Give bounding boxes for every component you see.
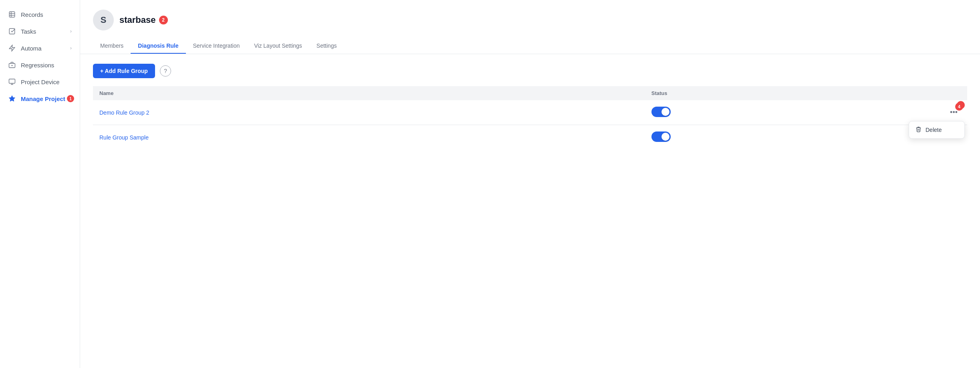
- delete-label: Delete: [926, 127, 942, 133]
- tabs: Members Diagnosis Rule Service Integrati…: [93, 38, 967, 54]
- rule-groups-table: Name Status Demo Rule Group 2: [93, 86, 967, 150]
- regressions-icon: [8, 61, 16, 69]
- rule-name-cell: Rule Group Sample: [93, 125, 645, 150]
- project-device-icon: [8, 78, 16, 86]
- column-name: Name: [93, 86, 645, 100]
- sidebar-item-label: Tasks: [21, 28, 36, 35]
- workspace-name-wrap: starbase 2: [119, 15, 168, 25]
- manage-project-icon: [8, 95, 16, 103]
- rule-actions-cell: 3 4 •••: [927, 100, 967, 125]
- sidebar-item-label: Project Device: [21, 79, 60, 85]
- sidebar-item-tasks[interactable]: Tasks ›: [0, 23, 80, 39]
- rule-group-link[interactable]: Rule Group Sample: [99, 134, 149, 141]
- records-icon: [8, 10, 16, 18]
- svg-rect-4: [9, 28, 15, 34]
- svg-rect-9: [9, 79, 15, 83]
- main-content: S starbase 2 Members Diagnosis Rule Serv…: [80, 0, 980, 368]
- sidebar-item-records[interactable]: Records: [0, 6, 80, 22]
- sidebar-item-label: Automa: [21, 45, 42, 52]
- table-row: Rule Group Sample: [93, 125, 967, 150]
- delete-menu-item[interactable]: Delete: [909, 121, 964, 138]
- svg-marker-12: [9, 96, 15, 101]
- column-actions: [927, 86, 967, 100]
- sidebar: Records Tasks › Automa ›: [0, 0, 80, 368]
- table-row: Demo Rule Group 2 3: [93, 100, 967, 125]
- workspace-name: starbase: [119, 15, 156, 25]
- sidebar-item-project-device[interactable]: Project Device: [0, 74, 80, 90]
- sidebar-item-regressions[interactable]: Regressions: [0, 57, 80, 73]
- rule-status-cell: [645, 100, 927, 125]
- sidebar-item-label: Manage Project: [21, 95, 65, 102]
- tab-diagnosis-rule[interactable]: Diagnosis Rule: [131, 38, 186, 54]
- manage-project-badge: 1: [67, 95, 74, 102]
- help-icon[interactable]: ?: [160, 65, 171, 77]
- tab-settings[interactable]: Settings: [309, 38, 344, 54]
- svg-marker-5: [9, 45, 15, 51]
- trash-icon: [915, 126, 922, 133]
- actions-cell: 3 4 •••: [934, 107, 961, 118]
- automa-icon: [8, 44, 16, 52]
- workspace-avatar: S: [93, 10, 114, 30]
- rule-group-link[interactable]: Demo Rule Group 2: [99, 109, 149, 116]
- row1-badge-4: 4: [955, 103, 963, 111]
- tab-members[interactable]: Members: [93, 38, 131, 54]
- status-toggle[interactable]: [651, 107, 671, 117]
- table-body: Demo Rule Group 2 3: [93, 100, 967, 150]
- header: S starbase 2 Members Diagnosis Rule Serv…: [80, 0, 980, 54]
- table-header: Name Status: [93, 86, 967, 100]
- toolbar: + Add Rule Group ?: [93, 64, 967, 78]
- tab-viz-layout-settings[interactable]: Viz Layout Settings: [247, 38, 309, 54]
- sidebar-item-label: Regressions: [21, 62, 54, 69]
- workspace-info: S starbase 2: [93, 10, 967, 30]
- workspace-badge: 2: [159, 16, 168, 24]
- sidebar-item-manage-project[interactable]: Manage Project 1: [0, 91, 80, 107]
- sidebar-item-label: Records: [21, 11, 43, 18]
- column-status: Status: [645, 86, 927, 100]
- add-rule-group-button[interactable]: + Add Rule Group: [93, 64, 155, 78]
- tasks-icon: [8, 27, 16, 35]
- chevron-right-icon: ›: [70, 28, 72, 34]
- chevron-right-icon: ›: [70, 45, 72, 51]
- rule-status-cell: [645, 125, 927, 150]
- dropdown-menu: Delete: [909, 121, 965, 139]
- content-area: + Add Rule Group ? Name Status Demo Rule…: [80, 54, 980, 159]
- tab-service-integration[interactable]: Service Integration: [186, 38, 247, 54]
- rule-name-cell: Demo Rule Group 2: [93, 100, 645, 125]
- svg-rect-0: [9, 12, 15, 17]
- sidebar-item-automa[interactable]: Automa ›: [0, 40, 80, 56]
- status-toggle[interactable]: [651, 131, 671, 142]
